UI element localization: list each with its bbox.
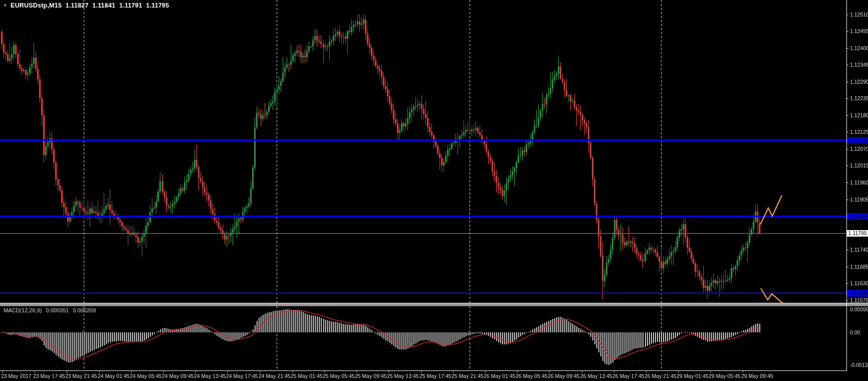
price-tick-label: 1.11960 — [850, 179, 867, 185]
macd-name: MACD(12,26,9) — [4, 307, 42, 313]
time-axis-label: 24 May 17:45 — [226, 373, 258, 379]
time-axis-label: 25 May 17:45 — [419, 373, 452, 379]
macd-max-label: 0.000994 — [850, 306, 867, 312]
price-tick-label: 1.11905 — [850, 197, 867, 203]
time-axis-label: 23 May 2017 — [1, 373, 32, 379]
price-tick-label: 1.12290 — [850, 79, 867, 85]
price-tick-label: 1.11575 — [850, 297, 867, 303]
time-axis-label: 26 May 17:45 — [612, 373, 644, 379]
time-axis-label: 25 May 13:45 — [387, 373, 419, 379]
time-axis-label: 24 May 21:45 — [259, 373, 291, 379]
ohlc-low: 1.11791 — [119, 2, 142, 9]
price-tick-label: 1.12345 — [850, 62, 867, 68]
price-tick-label: 1.12235 — [850, 95, 867, 101]
symbol-name: EURUSDstp,M15 — [11, 2, 62, 9]
price-tick-label: 1.12455 — [850, 28, 867, 34]
time-axis-label: 25 May 09:45 — [355, 373, 387, 379]
price-tick-label: 1.11685 — [850, 264, 867, 270]
hline-price-label: 1.12100 — [847, 137, 868, 143]
ohlc-open: 1.11827 — [66, 2, 89, 9]
price-tick-label: 1.11630 — [850, 280, 867, 286]
time-axis-label: 25 May 01:45 — [291, 373, 323, 379]
price-tick-label: 1.12015 — [850, 162, 867, 168]
symbol-collapse-icon[interactable]: ▼ — [3, 3, 8, 8]
price-chart-canvas[interactable] — [0, 0, 868, 381]
time-axis-label: 26 May 01:45 — [484, 373, 516, 379]
hline-price-label: 1.11850 — [847, 213, 868, 220]
time-axis-label: 26 May 05:45 — [516, 373, 548, 379]
chart-title: ▼EURUSDstp,M15 1.11827 1.11841 1.11791 1… — [3, 2, 171, 9]
time-axis-label: 29 May 09:45 — [741, 373, 773, 379]
time-axis-label: 26 May 09:45 — [548, 373, 580, 379]
current-price-label: 1.11795 — [847, 230, 868, 237]
macd-zero-label: 0.00 — [850, 329, 867, 335]
time-axis-label: 29 May 05:45 — [709, 373, 741, 379]
time-axis-label: 23 May 21:45 — [65, 373, 97, 379]
macd-min-label: -0.00131 — [850, 362, 867, 368]
price-tick-label: 1.12125 — [850, 129, 867, 135]
time-axis-label: 24 May 09:45 — [162, 373, 194, 379]
time-axis-label: 24 May 05:45 — [130, 373, 162, 379]
ohlc-close: 1.11795 — [146, 2, 169, 9]
price-tick-label: 1.12070 — [850, 146, 867, 152]
macd-value-signal: 0.000209 — [73, 307, 96, 313]
time-axis-label: 24 May 13:45 — [194, 373, 226, 379]
time-axis-label: 29 May 01:45 — [677, 373, 709, 379]
time-axis-label: 23 May 17:45 — [33, 373, 65, 379]
macd-indicator-label: MACD(12,26,9) 0.000351 0.000209 — [4, 307, 98, 313]
time-axis-label: 25 May 05:45 — [323, 373, 355, 379]
mt4-chart-window: ▼EURUSDstp,M15 1.11827 1.11841 1.11791 1… — [0, 0, 868, 381]
macd-value-main: 0.000351 — [46, 307, 69, 313]
price-tick-label: 1.12180 — [850, 112, 867, 118]
time-axis-label: 24 May 01:45 — [98, 373, 130, 379]
price-tick-label: 1.12510 — [850, 12, 867, 18]
time-axis-label: 26 May 13:45 — [580, 373, 612, 379]
price-tick-label: 1.12400 — [850, 45, 867, 51]
ohlc-high: 1.11841 — [92, 2, 115, 9]
time-axis-label: 25 May 21:45 — [452, 373, 484, 379]
hline-price-label: 1.11600 — [847, 290, 868, 296]
time-axis-label: 26 May 21:45 — [644, 373, 677, 379]
price-tick-label: 1.11740 — [850, 247, 867, 253]
